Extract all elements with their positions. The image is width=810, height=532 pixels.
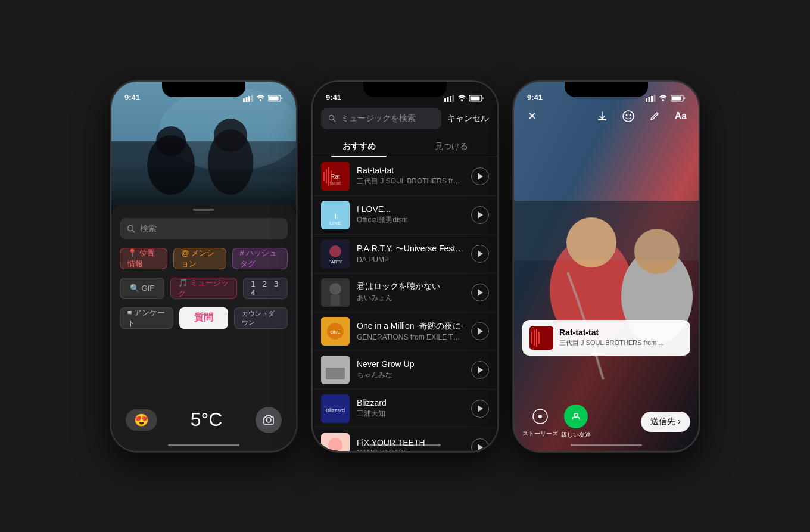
cancel-button[interactable]: キャンセル [447,113,489,124]
music-item-3[interactable]: PARTY P.A.R.T.Y. 〜Universe Festival〜 DA … [313,235,497,273]
svg-point-40 [329,245,341,257]
play-btn-1[interactable] [471,167,489,185]
music-artist-2: Official髭男dism [357,215,464,225]
svg-rect-73 [598,119,606,120]
music-item-7[interactable]: Blizzard Blizzard 三浦大知 [313,390,497,428]
stories-action[interactable]: ストーリーズ [522,406,558,438]
svg-rect-79 [534,330,535,346]
send-label: 送信先 › [650,416,681,427]
countdown-sticker[interactable]: カウントダウン [234,307,288,329]
music-item-5[interactable]: ONE One in a Million -奇跡の夜に- GENERATIONS… [313,312,497,351]
play-btn-2[interactable] [471,206,489,224]
sticker-row-3: ≡ アンケート 質問 カウントダウン [120,307,288,329]
music-info-4: 君はロックを聴かない あいみょん [357,281,464,303]
svg-rect-12 [246,97,248,102]
emoji-bar[interactable]: 😍 [126,409,157,431]
music-item-2[interactable]: I LOVE I LOVE... Official髭男dism [313,196,497,235]
svg-rect-67 [651,96,653,102]
svg-rect-32 [323,172,325,181]
svg-line-9 [133,230,135,232]
thumb-blizzard: Blizzard [321,394,350,423]
sticker-icon[interactable] [619,107,638,126]
phone-3: 9:41 ✕ [514,82,699,451]
emoji-icon: 😍 [134,413,149,427]
svg-text:Blizzard: Blizzard [326,407,345,413]
tab-discover-label: 見つける [435,141,468,151]
svg-point-84 [574,413,578,417]
friends-action[interactable]: 親しい友達 [558,405,594,439]
music-label: 🎵 ミュージック [178,278,229,299]
svg-rect-66 [649,97,650,102]
close-icon[interactable]: ✕ [522,107,541,126]
svg-rect-35 [331,170,332,182]
download-icon[interactable] [593,107,612,126]
temperature-display: 5°C [191,409,223,431]
thumb-nevergrow [321,356,350,384]
music-title-4: 君はロックを聴かない [357,281,464,292]
tab-discover[interactable]: 見つける [405,136,497,157]
music-sticker-text: Rat-tat-tat 三代目 J SOUL BROTHERS from ... [559,328,683,347]
poll-sticker[interactable]: ≡ アンケート [120,307,173,329]
phone-1: 検索 📍 位置情報 @ メンション # ハッシュタグ [111,82,296,451]
phone3-photo [514,82,699,451]
notch-2 [363,82,447,97]
play-btn-8[interactable] [471,438,489,451]
svg-point-75 [626,114,628,116]
music-item-6[interactable]: Never Grow Up ちゃんみな [313,351,497,390]
music-artist-3: DA PUMP [357,256,464,264]
svg-point-15 [260,99,261,101]
question-label: 質問 [194,312,213,324]
svg-rect-77 [529,326,553,350]
tab-recommended-label: おすすめ [342,141,376,151]
svg-text:ONE: ONE [330,329,340,335]
gif-sticker[interactable]: 🔍 GIF [120,278,164,299]
play-btn-5[interactable] [471,322,489,340]
music-info-7: Blizzard 三浦大知 [357,398,464,419]
search-bar[interactable]: 検索 [120,218,288,239]
question-sticker[interactable]: 質問 [179,307,228,329]
svg-rect-68 [654,95,656,102]
play-btn-3[interactable] [471,245,489,263]
music-search-placeholder: ミュージックを検索 [341,113,416,124]
music-artist-5: GENERATIONS from EXILE TRIBE [357,333,464,341]
send-button[interactable]: 送信先 › [641,412,690,432]
music-item-4[interactable]: 君はロックを聴かない あいみょん [313,273,497,312]
svg-point-7 [214,119,247,152]
svg-point-76 [630,114,631,116]
music-info-5: One in a Million -奇跡の夜に- GENERATIONS fro… [357,321,464,341]
tab-recommended[interactable]: おすすめ [313,136,405,157]
play-btn-4[interactable] [471,284,489,301]
phone1-bottom: 😍 5°C [111,407,296,433]
music-info-1: Rat-tat-tat 三代目 J SOUL BROTHERS from ... [357,166,464,186]
music-artist-1: 三代目 J SOUL BROTHERS from ... [357,176,464,186]
music-sticker-btn[interactable]: 🎵 ミュージック [170,278,237,299]
music-artist-7: 三浦大知 [357,409,464,419]
svg-point-69 [662,99,664,101]
stories-label: ストーリーズ [522,430,558,438]
location-sticker[interactable]: 📍 位置情報 [120,248,167,269]
svg-rect-26 [482,97,484,99]
text-icon[interactable]: Aa [671,107,690,126]
music-item-8[interactable]: GANG PARADE FiX YOUR TEETH GANG PARADE [313,428,497,451]
music-sticker-overlay[interactable]: Rat-tat-tat 三代目 J SOUL BROTHERS from ... [522,320,690,356]
home-indicator-3 [571,444,642,446]
music-item-1[interactable]: Rat tat-tat Rat-tat-tat 三代目 J [313,157,497,196]
phone3-toolbar: ✕ Aa [514,107,699,126]
hashtag-sticker[interactable]: # ハッシュタグ [232,248,288,269]
home-indicator-1 [168,444,239,446]
svg-rect-20 [447,97,449,102]
svg-rect-18 [281,97,283,99]
play-btn-7[interactable] [471,400,489,418]
music-sticker-title: Rat-tat-tat [559,328,683,337]
mention-sticker[interactable]: @ メンション [173,248,226,269]
time-3: 9:41 [527,93,543,102]
svg-rect-19 [444,98,446,102]
music-info-2: I LOVE... Official髭男dism [357,204,464,225]
pen-icon[interactable] [645,107,664,126]
music-title-1: Rat-tat-tat [357,166,464,175]
notch-1 [162,82,245,97]
camera-button[interactable] [256,407,282,433]
music-search-input[interactable]: ミュージックを検索 [321,108,441,129]
play-btn-6[interactable] [471,361,489,379]
counter-sticker[interactable]: 1 2 3 4 [243,278,288,299]
